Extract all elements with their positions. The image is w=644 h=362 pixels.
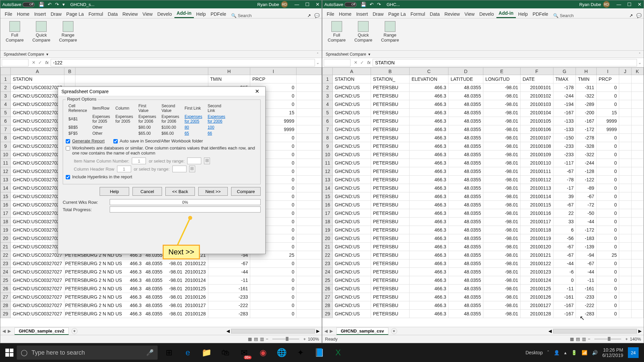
comments-icon[interactable]: 💬 — [314, 13, 320, 18]
table-row[interactable]: 9GHCND:USPETERSBU466.348.0355-98.0120100… — [323, 142, 644, 150]
sheet-next-icon[interactable]: ▶ — [8, 328, 11, 334]
col-header[interactable]: C — [410, 68, 448, 75]
app-icon[interactable]: ◉ — [255, 345, 271, 361]
item-name-range-input[interactable] — [187, 158, 201, 164]
table-row[interactable]: 17GHCND:USPETERSBU466.348.0355-98.012010… — [323, 209, 644, 218]
autosave-toggle[interactable]: Off — [22, 2, 35, 7]
ribbon-range-compare[interactable]: RangeCompare — [379, 20, 401, 48]
ribbon-tab-formul[interactable]: Formul — [408, 10, 428, 18]
ribbon-tab-home[interactable]: Home — [337, 10, 354, 18]
table-row[interactable]: 19GHCND:USPETERSBU466.348.0355-98.012010… — [323, 226, 644, 234]
formula-input-right[interactable] — [373, 59, 637, 66]
zoom-level-left[interactable]: 100% — [308, 337, 319, 342]
ribbon-tab-develo[interactable]: Develo — [477, 10, 496, 18]
header-cell[interactable]: LONGITUD — [483, 75, 520, 83]
zoom-slider[interactable] — [594, 339, 621, 340]
fx-icon[interactable]: fx — [367, 60, 371, 65]
table-row[interactable]: 25GHCND:USC00327027PETERSBURG 2 N ND US … — [1, 276, 322, 285]
table-row[interactable]: 28GHCND:USPETERSBU466.348.0355-98.012010… — [323, 301, 644, 310]
start-button[interactable] — [5, 349, 13, 357]
include-hyperlinks-checkbox[interactable] — [66, 175, 70, 179]
maximize-icon[interactable]: ☐ — [627, 2, 632, 7]
header-cell[interactable]: TMAX — [553, 75, 576, 83]
cancel-button[interactable]: Cancel — [132, 187, 162, 196]
ribbon-tab-pagela[interactable]: Page La — [386, 10, 408, 18]
ribbon-range-compare[interactable]: RangeCompare — [57, 20, 79, 48]
header-cell[interactable]: LATITUDE — [448, 75, 483, 83]
table-row[interactable]: 24GHCND:USPETERSBU466.348.0355-98.012010… — [323, 268, 644, 276]
chrome-icon[interactable]: 🌐 — [274, 345, 290, 361]
people-icon[interactable]: 👤 — [554, 350, 559, 355]
generate-report-checkbox[interactable] — [66, 139, 70, 143]
ribbon-tab-view[interactable]: View — [140, 10, 155, 18]
cancel-fx-icon[interactable]: ✕ — [32, 60, 36, 65]
table-row[interactable]: 6GHCND:USPETERSBU466.348.0355-98.0120100… — [323, 117, 644, 125]
clock[interactable]: 10:26 PM 6/12/2019 — [602, 347, 623, 358]
wifi-icon[interactable]: 📶 — [582, 350, 587, 355]
col-header-range-input[interactable] — [172, 166, 186, 172]
mail-icon[interactable]: ✉99+ — [236, 345, 252, 361]
ribbon-collapse-icon[interactable]: ˆ — [639, 52, 640, 56]
view-page-icon[interactable]: ▤ — [576, 337, 580, 342]
table-row[interactable]: 21GHCND:USPETERSBU466.348.0355-98.012010… — [323, 243, 644, 251]
range-picker-icon[interactable]: ⊞ — [204, 158, 210, 164]
undo-icon[interactable]: ↶ — [48, 2, 52, 7]
ribbon-tab-pagela[interactable]: Page La — [64, 10, 86, 18]
minimize-icon[interactable]: — — [616, 2, 621, 7]
name-box-right[interactable] — [324, 59, 351, 66]
view-normal-icon[interactable]: ▦ — [570, 337, 574, 342]
col-header[interactable]: B — [371, 68, 409, 75]
table-row[interactable]: 2GHCND:USPETERSBU466.348.0355-98.0120100… — [323, 83, 644, 92]
add-sheet-button[interactable]: + — [391, 328, 397, 334]
ribbon-tab-file[interactable]: File — [2, 10, 15, 18]
expand-formula-icon[interactable]: ⌄ — [315, 60, 320, 65]
fx-icon[interactable]: fx — [45, 60, 49, 65]
tray-expand-icon[interactable]: ˆ — [547, 350, 549, 355]
table-row[interactable]: 29GHCND:USC00327027PETERSBURG 2 N ND US … — [1, 310, 322, 318]
autosave-second-checkbox[interactable] — [113, 139, 118, 143]
zoom-slider[interactable] — [272, 339, 299, 340]
ribbon-tab-draw[interactable]: Draw — [48, 10, 64, 18]
ribbon-tab-file[interactable]: File — [324, 10, 337, 18]
desktop-label[interactable]: Desktop — [526, 350, 543, 355]
table-row[interactable]: 26GHCND:USC00327027PETERSBURG 2 N ND US … — [1, 285, 322, 293]
app2-icon[interactable]: ✦ — [292, 345, 309, 361]
ribbon-tab-insert[interactable]: Insert — [32, 10, 48, 18]
ribbon-tab-formul[interactable]: Formul — [86, 10, 106, 18]
ribbon-tab-help[interactable]: Help — [194, 10, 208, 18]
table-row[interactable]: 26GHCND:USPETERSBU466.348.0355-98.012010… — [323, 285, 644, 293]
col-header[interactable]: G — [553, 68, 576, 75]
table-row[interactable]: 14GHCND:USPETERSBU466.348.0355-98.012010… — [323, 184, 644, 192]
ribbon-tab-develo[interactable]: Develo — [155, 10, 174, 18]
help-button[interactable]: Help — [100, 187, 129, 196]
table-row[interactable]: 5GHCND:USPETERSBU466.348.0355-98.0120100… — [323, 109, 644, 117]
maximize-icon[interactable]: ☐ — [305, 2, 310, 7]
close-icon[interactable]: ✕ — [638, 2, 642, 7]
header-cell[interactable]: TMIN — [576, 75, 596, 83]
share-icon[interactable]: ↗ — [307, 13, 311, 18]
table-row[interactable]: 3GHCND:USPETERSBU466.348.0355-98.0120100… — [323, 92, 644, 100]
edge-icon[interactable]: e — [180, 345, 196, 361]
table-row[interactable]: 15GHCND:USPETERSBU466.348.0355-98.012010… — [323, 192, 644, 201]
ribbon-full-compare[interactable]: FullCompare — [4, 20, 25, 48]
ribbon-tab-view[interactable]: View — [462, 10, 477, 18]
enter-fx-icon[interactable]: ✓ — [360, 60, 364, 65]
table-row[interactable]: 22GHCND:USPETERSBU466.348.0355-98.012010… — [323, 251, 644, 259]
store-icon[interactable]: 🛍 — [217, 345, 233, 361]
share-icon[interactable]: ↗ — [629, 13, 633, 18]
range-picker-icon[interactable]: ⊞ — [189, 166, 195, 172]
next-button[interactable]: Next >> — [198, 187, 228, 196]
save-icon[interactable]: 💾 — [361, 2, 366, 7]
formula-input-left[interactable] — [51, 59, 315, 66]
qat-icon[interactable]: ▾ — [62, 2, 65, 7]
search-icon[interactable]: 🔍 — [231, 13, 236, 18]
row-header[interactable]: 1 — [323, 75, 333, 83]
redo-icon[interactable]: ↷ — [377, 2, 381, 7]
table-row[interactable]: 18GHCND:USPETERSBU466.348.0355-98.012010… — [323, 218, 644, 226]
header-cell[interactable]: PRCP — [596, 75, 619, 83]
search-icon[interactable]: 🔍 — [553, 13, 558, 18]
ribbon-tab-review[interactable]: Review — [120, 10, 140, 18]
name-box-left[interactable] — [2, 59, 29, 66]
col-header[interactable]: K — [631, 68, 643, 75]
table-row[interactable]: 13GHCND:USPETERSBU466.348.0355-98.012010… — [323, 176, 644, 184]
